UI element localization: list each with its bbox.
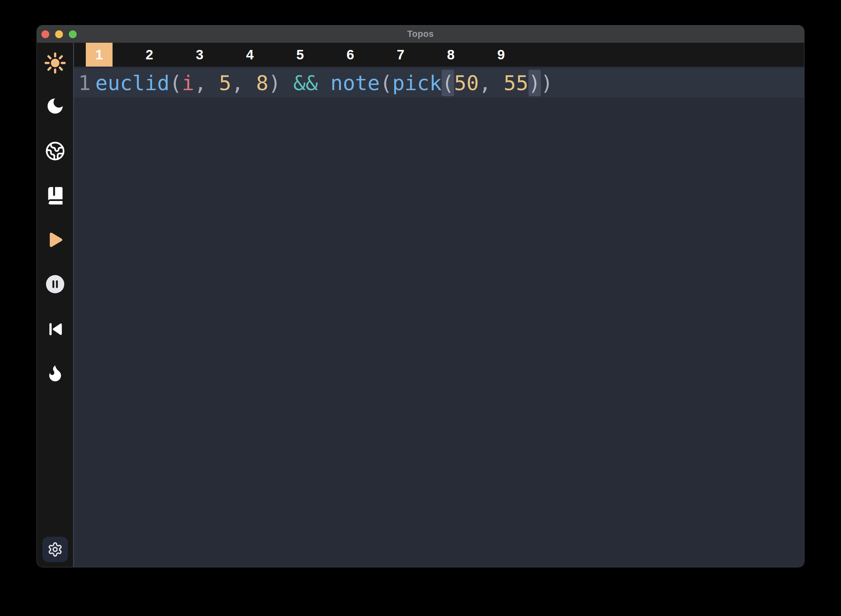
titlebar[interactable]: Topos xyxy=(37,25,804,43)
app-body: 1 2 3 4 5 6 7 8 9 1euclid(i, 5, 8) && no… xyxy=(37,43,804,567)
play-button[interactable] xyxy=(43,228,67,252)
pause-icon xyxy=(45,274,66,295)
tab-label: 4 xyxy=(236,43,263,66)
tab-label: 8 xyxy=(438,43,464,66)
tab-label: 3 xyxy=(186,43,213,66)
tab-label: 6 xyxy=(337,43,364,66)
skip-back-button[interactable] xyxy=(43,317,67,341)
tab-9[interactable]: 9 xyxy=(476,43,526,66)
code-token: i xyxy=(182,71,195,95)
tab-label: 2 xyxy=(136,43,163,66)
code-editor[interactable]: 1euclid(i, 5, 8) && note(pick(50, 55)) xyxy=(74,66,804,567)
earth-icon xyxy=(45,141,65,161)
play-icon xyxy=(44,229,66,251)
sun-button[interactable] xyxy=(43,51,67,75)
gear-icon xyxy=(47,541,63,557)
tab-8[interactable]: 8 xyxy=(426,43,476,66)
tab-2[interactable]: 2 xyxy=(124,43,174,66)
flame-icon xyxy=(45,363,65,383)
code-token: ) xyxy=(268,71,281,95)
tab-label: 1 xyxy=(86,43,113,66)
code-token: 8 xyxy=(256,71,268,95)
code-token: ) xyxy=(541,71,553,95)
tab-label: 9 xyxy=(488,43,514,66)
traffic-lights xyxy=(37,30,77,38)
code-token: 50 xyxy=(454,71,479,95)
tab-bar: 1 2 3 4 5 6 7 8 9 xyxy=(74,43,804,66)
window-title: Topos xyxy=(37,29,804,39)
book-icon xyxy=(45,185,66,206)
main-area: 1 2 3 4 5 6 7 8 9 1euclid(i, 5, 8) && no… xyxy=(74,43,804,567)
code-token xyxy=(318,71,330,95)
code-token: euclid xyxy=(95,71,170,95)
matched-bracket: ) xyxy=(529,70,541,96)
tab-7[interactable]: 7 xyxy=(375,43,426,66)
moon-icon xyxy=(45,96,65,116)
code-token: 55 xyxy=(504,71,529,95)
sun-icon xyxy=(44,52,66,74)
skip-back-icon xyxy=(45,320,65,339)
tab-3[interactable]: 3 xyxy=(174,43,225,66)
code-token: , xyxy=(231,71,256,95)
code-token: ( xyxy=(170,71,182,95)
line-number: 1 xyxy=(74,71,95,95)
tab-label: 5 xyxy=(287,43,314,66)
book-button[interactable] xyxy=(43,184,67,208)
code-token: note xyxy=(330,71,380,95)
code-token: , xyxy=(194,71,219,95)
app-window: Topos xyxy=(37,25,804,567)
moon-button[interactable] xyxy=(43,94,67,118)
pause-button[interactable] xyxy=(43,272,67,296)
code-token: , xyxy=(479,71,504,95)
desktop-background: { "window": { "title": "Topos" }, "title… xyxy=(0,0,841,616)
active-code-line: 1euclid(i, 5, 8) && note(pick(50, 55)) xyxy=(74,68,804,98)
settings-button[interactable] xyxy=(42,537,68,562)
sidebar xyxy=(37,43,74,567)
tab-label: 7 xyxy=(387,43,414,66)
flame-button[interactable] xyxy=(43,361,67,385)
tab-4[interactable]: 4 xyxy=(225,43,275,66)
tab-6[interactable]: 6 xyxy=(325,43,375,66)
zoom-button[interactable] xyxy=(69,30,77,38)
minimize-button[interactable] xyxy=(55,30,63,38)
matched-bracket: ( xyxy=(442,70,454,96)
code-token: 5 xyxy=(219,71,231,95)
code-token: ( xyxy=(380,71,392,95)
earth-button[interactable] xyxy=(43,139,67,163)
code-token: pick xyxy=(392,71,442,95)
tab-5[interactable]: 5 xyxy=(275,43,325,66)
code-token xyxy=(281,71,293,95)
close-button[interactable] xyxy=(41,30,49,38)
code-token: && xyxy=(293,71,318,95)
tab-1[interactable]: 1 xyxy=(74,43,124,66)
